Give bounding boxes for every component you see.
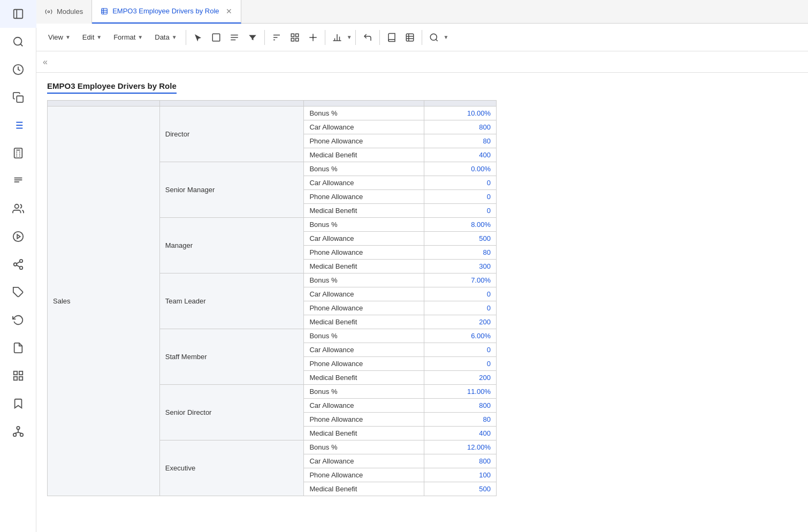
- sidebar-list[interactable]: [0, 111, 36, 139]
- separator-3: [325, 30, 325, 45]
- tab-modules[interactable]: Modules: [36, 0, 92, 24]
- driver-value: 100: [424, 468, 497, 482]
- driver-value: 0: [424, 343, 497, 357]
- sidebar-copy[interactable]: [0, 83, 36, 111]
- driver-value: 400: [424, 427, 497, 440]
- driver-value: 80: [424, 413, 497, 427]
- svg-rect-5: [17, 96, 23, 102]
- filter-bar: «: [36, 51, 808, 73]
- svg-line-3: [20, 44, 22, 46]
- sidebar-search[interactable]: [0, 28, 36, 56]
- toolbar: View ▼ Edit ▼ Format ▼ Data ▼: [36, 24, 808, 51]
- tab-emp03-label: EMPO3 Employee Drivers by Role: [112, 7, 219, 15]
- filter-input[interactable]: [52, 58, 802, 66]
- sidebar-document[interactable]: [0, 334, 36, 362]
- driver-value: 11.00%: [424, 385, 497, 399]
- role-cell: Senior Manager: [159, 162, 304, 218]
- driver-label: Medical Benefit: [304, 315, 424, 329]
- view-label: View: [48, 33, 63, 41]
- tab-close-button[interactable]: ✕: [226, 7, 232, 16]
- sidebar-people[interactable]: [0, 195, 36, 223]
- sidebar-calculator[interactable]: [0, 139, 36, 167]
- svg-point-60: [312, 37, 314, 38]
- data-menu-button[interactable]: Data ▼: [149, 30, 182, 44]
- separator-4: [355, 30, 356, 45]
- format-label: Format: [113, 33, 135, 41]
- svg-point-42: [48, 11, 50, 13]
- search-button[interactable]: [425, 29, 443, 46]
- search-chevron[interactable]: ▼: [444, 34, 449, 40]
- sidebar-play[interactable]: [0, 223, 36, 250]
- sort-chart-button[interactable]: [268, 29, 285, 46]
- collapse-button[interactable]: «: [43, 57, 48, 67]
- driver-value: 0.00%: [424, 162, 497, 176]
- driver-label: Car Allowance: [304, 232, 424, 246]
- driver-label: Phone Allowance: [304, 246, 424, 260]
- driver-value: 8.00%: [424, 218, 497, 232]
- driver-label: Bonus %: [304, 162, 424, 176]
- driver-label: Bonus %: [304, 218, 424, 232]
- align-button[interactable]: [226, 29, 243, 46]
- col-header-dept: [48, 101, 160, 107]
- driver-value: 0: [424, 357, 497, 371]
- sidebar-recent[interactable]: [0, 56, 36, 83]
- bar-chart-button[interactable]: [329, 29, 346, 46]
- svg-point-37: [13, 434, 16, 437]
- driver-label: Bonus %: [304, 385, 424, 399]
- tab-modules-label: Modules: [57, 7, 83, 16]
- view-menu-button[interactable]: View ▼: [43, 30, 76, 44]
- format-menu-button[interactable]: Format ▼: [108, 30, 148, 44]
- sidebar-dashboard[interactable]: [0, 362, 36, 390]
- driver-label: Phone Allowance: [304, 190, 424, 204]
- driver-label: Car Allowance: [304, 287, 424, 301]
- driver-value: 7.00%: [424, 273, 497, 287]
- arrow-tool-button[interactable]: [189, 29, 207, 46]
- driver-label: Bonus %: [304, 329, 424, 343]
- balance-button[interactable]: [304, 29, 322, 46]
- tab-emp03[interactable]: EMPO3 Employee Drivers by Role ✕: [92, 0, 241, 24]
- driver-value: 800: [424, 454, 497, 468]
- bar-chart-chevron[interactable]: ▼: [347, 34, 352, 40]
- driver-label: Medical Benefit: [304, 371, 424, 385]
- svg-line-41: [18, 432, 21, 434]
- filter-button[interactable]: [244, 29, 261, 46]
- view-chevron: ▼: [65, 34, 71, 40]
- format-chevron: ▼: [138, 34, 143, 40]
- frame-button[interactable]: [208, 29, 225, 46]
- svg-rect-55: [295, 34, 298, 36]
- edit-menu-button[interactable]: Edit ▼: [77, 30, 107, 44]
- role-cell: Executive: [159, 440, 304, 496]
- driver-value: 6.00%: [424, 329, 497, 343]
- undo-button[interactable]: [359, 29, 376, 46]
- data-table: SalesDirectorBonus %10.00%Car Allowance8…: [47, 100, 497, 496]
- driver-label: Medical Benefit: [304, 260, 424, 273]
- sidebar-notes[interactable]: [0, 167, 36, 195]
- role-cell: Manager: [159, 218, 304, 273]
- role-cell: Senior Director: [159, 385, 304, 440]
- driver-value: 0: [424, 176, 497, 190]
- table-icon-button[interactable]: [401, 29, 418, 46]
- driver-value: 0: [424, 190, 497, 204]
- grid-button[interactable]: [286, 29, 303, 46]
- driver-label: Phone Allowance: [304, 468, 424, 482]
- driver-value: 12.00%: [424, 440, 497, 454]
- driver-label: Car Allowance: [304, 399, 424, 413]
- sidebar-history[interactable]: [0, 306, 36, 334]
- svg-line-29: [16, 265, 19, 267]
- svg-line-40: [14, 432, 18, 434]
- book-button[interactable]: [383, 29, 400, 46]
- role-cell: Director: [159, 107, 304, 162]
- svg-rect-54: [291, 34, 294, 36]
- sidebar-panel-toggle[interactable]: [0, 0, 36, 28]
- sidebar-tag[interactable]: [0, 278, 36, 306]
- driver-value: 200: [424, 315, 497, 329]
- svg-rect-0: [13, 10, 22, 19]
- driver-label: Bonus %: [304, 107, 424, 120]
- svg-rect-47: [212, 34, 220, 41]
- driver-label: Bonus %: [304, 273, 424, 287]
- sidebar-bookmark[interactable]: [0, 390, 36, 417]
- svg-line-30: [16, 262, 19, 264]
- sidebar-workflow[interactable]: [0, 417, 36, 445]
- sidebar-share[interactable]: [0, 250, 36, 278]
- driver-value: 300: [424, 260, 497, 273]
